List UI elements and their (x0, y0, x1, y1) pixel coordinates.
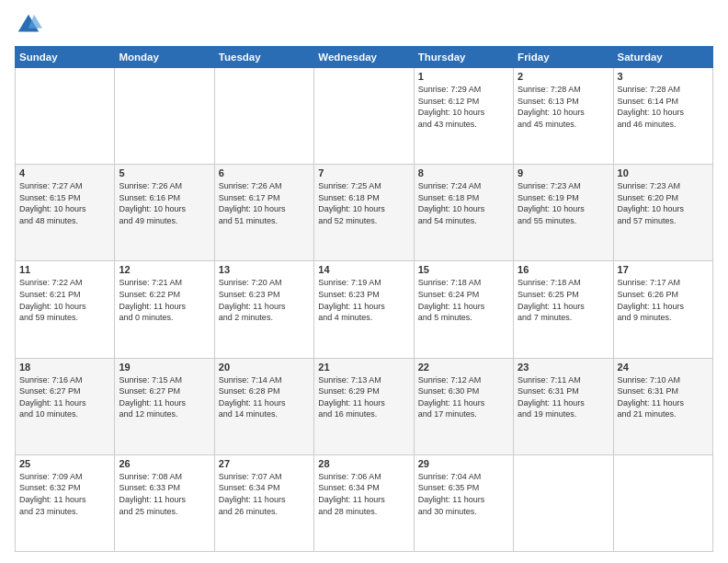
calendar-cell: 7Sunrise: 7:25 AM Sunset: 6:18 PM Daylig… (314, 165, 414, 261)
calendar-week-1: 4Sunrise: 7:27 AM Sunset: 6:15 PM Daylig… (16, 165, 713, 261)
calendar-week-3: 18Sunrise: 7:16 AM Sunset: 6:27 PM Dayli… (16, 358, 713, 454)
calendar-cell: 17Sunrise: 7:17 AM Sunset: 6:26 PM Dayli… (613, 261, 712, 358)
day-number: 21 (318, 362, 409, 373)
calendar-header-sunday: Sunday (16, 47, 115, 68)
calendar-header-saturday: Saturday (613, 47, 712, 68)
day-number: 11 (19, 264, 110, 275)
day-number: 22 (418, 362, 509, 373)
calendar-week-2: 11Sunrise: 7:22 AM Sunset: 6:21 PM Dayli… (16, 261, 713, 358)
day-info: Sunrise: 7:19 AM Sunset: 6:23 PM Dayligh… (318, 277, 409, 323)
day-number: 3 (618, 71, 709, 82)
day-info: Sunrise: 7:20 AM Sunset: 6:23 PM Dayligh… (219, 277, 310, 323)
day-number: 25 (19, 458, 110, 469)
day-info: Sunrise: 7:23 AM Sunset: 6:19 PM Dayligh… (518, 180, 609, 226)
calendar-cell: 10Sunrise: 7:23 AM Sunset: 6:20 PM Dayli… (613, 165, 712, 261)
calendar-cell: 4Sunrise: 7:27 AM Sunset: 6:15 PM Daylig… (16, 165, 115, 261)
calendar-header-thursday: Thursday (414, 47, 513, 68)
calendar-cell: 19Sunrise: 7:15 AM Sunset: 6:27 PM Dayli… (115, 358, 214, 454)
calendar-header-wednesday: Wednesday (314, 47, 414, 68)
day-info: Sunrise: 7:10 AM Sunset: 6:31 PM Dayligh… (618, 374, 709, 420)
day-number: 26 (119, 458, 210, 469)
day-info: Sunrise: 7:28 AM Sunset: 6:14 PM Dayligh… (618, 84, 709, 130)
calendar-cell: 27Sunrise: 7:07 AM Sunset: 6:34 PM Dayli… (214, 454, 313, 551)
calendar-cell (314, 68, 414, 165)
day-number: 19 (119, 362, 210, 373)
calendar-cell: 8Sunrise: 7:24 AM Sunset: 6:18 PM Daylig… (414, 165, 513, 261)
day-number: 4 (19, 167, 110, 178)
calendar-cell: 9Sunrise: 7:23 AM Sunset: 6:19 PM Daylig… (514, 165, 613, 261)
calendar-cell (613, 454, 712, 551)
day-info: Sunrise: 7:04 AM Sunset: 6:35 PM Dayligh… (418, 471, 509, 517)
day-number: 24 (618, 362, 709, 373)
calendar-cell: 12Sunrise: 7:21 AM Sunset: 6:22 PM Dayli… (115, 261, 214, 358)
day-info: Sunrise: 7:13 AM Sunset: 6:29 PM Dayligh… (318, 374, 409, 420)
day-info: Sunrise: 7:22 AM Sunset: 6:21 PM Dayligh… (19, 277, 110, 323)
day-number: 10 (618, 167, 709, 178)
day-info: Sunrise: 7:18 AM Sunset: 6:24 PM Dayligh… (418, 277, 509, 323)
day-info: Sunrise: 7:28 AM Sunset: 6:13 PM Dayligh… (518, 84, 609, 130)
day-number: 6 (219, 167, 310, 178)
calendar-cell: 23Sunrise: 7:11 AM Sunset: 6:31 PM Dayli… (514, 358, 613, 454)
day-number: 17 (618, 264, 709, 275)
day-number: 1 (418, 71, 509, 82)
calendar-cell: 13Sunrise: 7:20 AM Sunset: 6:23 PM Dayli… (214, 261, 313, 358)
calendar-header-tuesday: Tuesday (214, 47, 313, 68)
day-number: 16 (518, 264, 609, 275)
day-number: 15 (418, 264, 509, 275)
calendar-header-monday: Monday (115, 47, 214, 68)
calendar-cell (214, 68, 313, 165)
day-number: 29 (418, 458, 509, 469)
calendar-cell (16, 68, 115, 165)
day-info: Sunrise: 7:09 AM Sunset: 6:32 PM Dayligh… (19, 471, 110, 517)
calendar-cell (115, 68, 214, 165)
calendar-week-0: 1Sunrise: 7:29 AM Sunset: 6:12 PM Daylig… (16, 68, 713, 165)
day-number: 20 (219, 362, 310, 373)
calendar-cell: 15Sunrise: 7:18 AM Sunset: 6:24 PM Dayli… (414, 261, 513, 358)
day-number: 28 (318, 458, 409, 469)
day-info: Sunrise: 7:29 AM Sunset: 6:12 PM Dayligh… (418, 84, 509, 130)
calendar-cell: 11Sunrise: 7:22 AM Sunset: 6:21 PM Dayli… (16, 261, 115, 358)
calendar-cell: 18Sunrise: 7:16 AM Sunset: 6:27 PM Dayli… (16, 358, 115, 454)
calendar-cell: 25Sunrise: 7:09 AM Sunset: 6:32 PM Dayli… (16, 454, 115, 551)
day-number: 7 (318, 167, 409, 178)
calendar-cell: 22Sunrise: 7:12 AM Sunset: 6:30 PM Dayli… (414, 358, 513, 454)
calendar-week-4: 25Sunrise: 7:09 AM Sunset: 6:32 PM Dayli… (16, 454, 713, 551)
calendar-header-row: SundayMondayTuesdayWednesdayThursdayFrid… (16, 47, 713, 68)
day-info: Sunrise: 7:12 AM Sunset: 6:30 PM Dayligh… (418, 374, 509, 420)
calendar-cell: 29Sunrise: 7:04 AM Sunset: 6:35 PM Dayli… (414, 454, 513, 551)
calendar-cell: 16Sunrise: 7:18 AM Sunset: 6:25 PM Dayli… (514, 261, 613, 358)
day-info: Sunrise: 7:11 AM Sunset: 6:31 PM Dayligh… (518, 374, 609, 420)
day-info: Sunrise: 7:16 AM Sunset: 6:27 PM Dayligh… (19, 374, 110, 420)
day-info: Sunrise: 7:25 AM Sunset: 6:18 PM Dayligh… (318, 180, 409, 226)
calendar-cell: 24Sunrise: 7:10 AM Sunset: 6:31 PM Dayli… (613, 358, 712, 454)
logo-icon (15, 11, 42, 39)
day-number: 23 (518, 362, 609, 373)
day-info: Sunrise: 7:26 AM Sunset: 6:17 PM Dayligh… (219, 180, 310, 226)
day-info: Sunrise: 7:06 AM Sunset: 6:34 PM Dayligh… (318, 471, 409, 517)
logo (15, 11, 46, 39)
calendar: SundayMondayTuesdayWednesdayThursdayFrid… (15, 46, 713, 552)
calendar-cell: 6Sunrise: 7:26 AM Sunset: 6:17 PM Daylig… (214, 165, 313, 261)
header (15, 11, 713, 39)
day-info: Sunrise: 7:23 AM Sunset: 6:20 PM Dayligh… (618, 180, 709, 226)
day-info: Sunrise: 7:08 AM Sunset: 6:33 PM Dayligh… (119, 471, 210, 517)
calendar-cell: 20Sunrise: 7:14 AM Sunset: 6:28 PM Dayli… (214, 358, 313, 454)
calendar-cell (514, 454, 613, 551)
calendar-cell: 2Sunrise: 7:28 AM Sunset: 6:13 PM Daylig… (514, 68, 613, 165)
calendar-cell: 3Sunrise: 7:28 AM Sunset: 6:14 PM Daylig… (613, 68, 712, 165)
day-number: 12 (119, 264, 210, 275)
day-info: Sunrise: 7:07 AM Sunset: 6:34 PM Dayligh… (219, 471, 310, 517)
day-info: Sunrise: 7:15 AM Sunset: 6:27 PM Dayligh… (119, 374, 210, 420)
day-info: Sunrise: 7:26 AM Sunset: 6:16 PM Dayligh… (119, 180, 210, 226)
day-info: Sunrise: 7:17 AM Sunset: 6:26 PM Dayligh… (618, 277, 709, 323)
calendar-cell: 28Sunrise: 7:06 AM Sunset: 6:34 PM Dayli… (314, 454, 414, 551)
day-info: Sunrise: 7:14 AM Sunset: 6:28 PM Dayligh… (219, 374, 310, 420)
day-info: Sunrise: 7:24 AM Sunset: 6:18 PM Dayligh… (418, 180, 509, 226)
calendar-header-friday: Friday (514, 47, 613, 68)
calendar-cell: 21Sunrise: 7:13 AM Sunset: 6:29 PM Dayli… (314, 358, 414, 454)
calendar-cell: 14Sunrise: 7:19 AM Sunset: 6:23 PM Dayli… (314, 261, 414, 358)
day-info: Sunrise: 7:18 AM Sunset: 6:25 PM Dayligh… (518, 277, 609, 323)
day-number: 18 (19, 362, 110, 373)
calendar-cell: 1Sunrise: 7:29 AM Sunset: 6:12 PM Daylig… (414, 68, 513, 165)
day-number: 14 (318, 264, 409, 275)
